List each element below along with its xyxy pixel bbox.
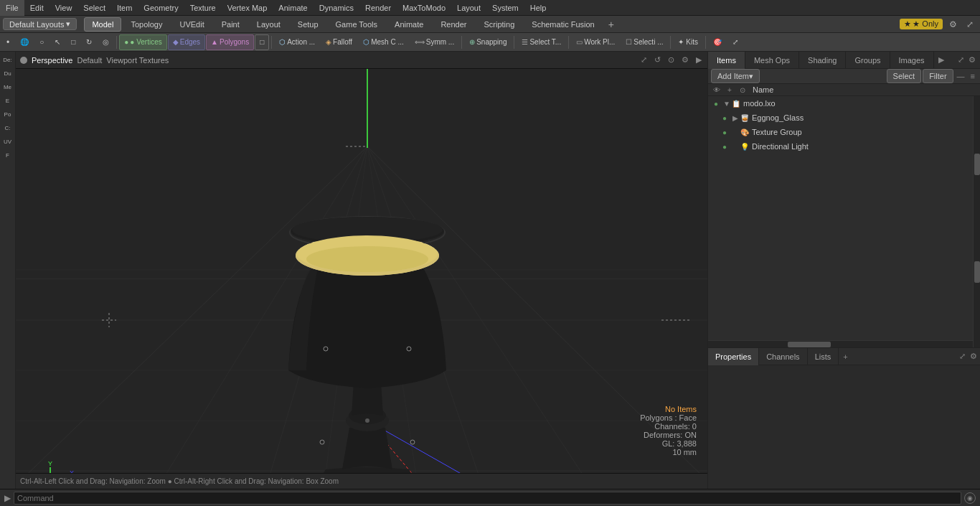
filter-button[interactable]: Filter [923,69,953,83]
tree-item-texture-group[interactable]: ● 🎨 Texture Group [717,125,980,139]
tb2-globe-icon[interactable]: 🌐 [15,34,34,50]
toolbar1-expand-icon[interactable]: ⤢ [963,17,977,32]
tb2-box-icon[interactable]: □ [66,34,80,50]
tb2-cursor-icon[interactable]: ↖ [50,34,65,50]
menu-item[interactable]: Item [111,0,138,16]
menu-animate[interactable]: Animate [273,0,313,16]
layout-selector[interactable]: Default Layouts ▾ [3,18,77,30]
tree-item-modo-lxo[interactable]: ● ▼ 📋 modo.lxo [708,96,980,111]
tab-scripting[interactable]: Scripting [476,17,523,32]
viewport-textures-label[interactable]: Viewport Textures [106,56,169,65]
tb2-circle-icon[interactable]: ◎ [98,34,114,50]
tree-expand-texture[interactable] [731,128,740,136]
action-button[interactable]: ⬡ Action ... [274,34,320,50]
tree-expand-light[interactable] [731,142,740,151]
tree-expand-eggnog[interactable]: ▶ [731,113,740,122]
items-add-col[interactable]: + [724,84,735,95]
vp-target-icon[interactable]: ⊙ [666,55,676,65]
menu-geometry[interactable]: Geometry [138,0,184,16]
viewport-dot[interactable] [20,57,27,64]
tab-images[interactable]: Images [890,52,934,69]
add-item-button[interactable]: Add Item ▾ [711,69,760,83]
tab-groups[interactable]: Groups [846,52,890,69]
select-t-button[interactable]: ☰ Select T... [517,34,566,50]
falloff-button[interactable]: ◈ Falloff [321,34,357,50]
mesh-button[interactable]: ⬡ Mesh C ... [358,34,409,50]
vp-resize-icon[interactable]: ⤢ [639,55,649,65]
tab-uvedit[interactable]: UVEdit [171,17,212,32]
menu-system[interactable]: System [486,0,524,16]
tree-item-directional-light[interactable]: ● 💡 Directional Light [717,139,980,154]
props-settings-icon[interactable]: ⚙ [970,352,977,361]
toolbar1-settings-icon[interactable]: ⚙ [946,17,960,32]
menu-render[interactable]: Render [359,0,397,16]
menu-maxtomodo[interactable]: MaxToModo [397,0,451,16]
menu-layout[interactable]: Layout [451,0,486,16]
star-only-button[interactable]: ★ ★ Only [900,19,943,29]
edges-button[interactable]: ◆ Edges [168,34,205,50]
tab-setup[interactable]: Setup [290,17,326,32]
tab-render[interactable]: Render [433,17,474,32]
kits-button[interactable]: ✦ Kits [673,34,702,50]
command-input[interactable] [14,492,961,505]
rp-settings-icon[interactable]: ⚙ [967,55,977,65]
symm-button[interactable]: ⟺ Symm ... [410,34,459,50]
command-circle-btn[interactable]: ◉ [964,492,976,504]
ls-btn-1[interactable]: De: [1,53,14,66]
view-expand-icon[interactable]: ⤢ [727,34,743,50]
tab-paint[interactable]: Paint [214,17,248,32]
polygons-button[interactable]: ▲ Polygons [206,34,254,50]
vp-play-icon[interactable]: ▶ [694,55,703,65]
tree-eye-texture[interactable]: ● [720,127,730,137]
viewport-default-label[interactable]: Default [77,56,102,65]
items-vscrollbar[interactable] [973,240,980,347]
menu-view[interactable]: View [50,0,78,16]
tree-item-eggnog-glass[interactable]: ● ▶ 🥃 Eggnog_Glass [717,111,980,125]
tab-topology[interactable]: Topology [123,17,170,32]
rp-tab-add[interactable]: ▶ [934,54,948,66]
tree-eye-light[interactable]: ● [720,141,730,151]
tab-lists[interactable]: Lists [808,348,839,365]
tb2-dot-icon[interactable]: • [1,34,14,50]
viewport-perspective-label[interactable]: Perspective [32,56,72,65]
vp-refresh-icon[interactable]: ↺ [653,55,662,65]
tb2-ring-icon[interactable]: ○ [34,34,49,50]
menu-dynamics[interactable]: Dynamics [314,0,359,16]
ls-btn-7[interactable]: UV [1,135,14,148]
tab-animate[interactable]: Animate [387,17,431,32]
viewport[interactable]: Perspective Default Viewport Textures ⤢ … [16,52,707,489]
vp-settings-icon[interactable]: ⚙ [680,55,690,65]
items-filter-col[interactable]: ⊙ [737,84,748,95]
ls-btn-3[interactable]: Me [1,80,14,93]
ls-btn-5[interactable]: Po [1,108,14,121]
items-vscrollbar-thumb[interactable] [974,261,980,283]
tree-scrollbar-thumb[interactable] [974,154,980,175]
rp-more-icon[interactable]: ≡ [969,72,977,80]
tab-shading[interactable]: Shading [799,52,846,69]
tab-game-tools[interactable]: Game Tools [328,17,386,32]
snapping-button[interactable]: ⊕ Snapping [464,34,512,50]
selecti-button[interactable]: ☐ Selecti ... [621,34,668,50]
tab-properties[interactable]: Properties [708,348,759,365]
props-tab-add[interactable]: + [839,351,852,362]
command-arrow[interactable]: ▶ [4,493,11,503]
rp-minus-icon[interactable]: — [955,72,967,80]
tb2-rotate-icon[interactable]: ↻ [81,34,97,50]
tb2-square-btn[interactable]: □ [255,34,269,50]
items-hscrollbar[interactable] [708,340,973,347]
tree-scrollbar[interactable] [973,96,980,240]
select-button[interactable]: Select [887,69,922,83]
menu-edit[interactable]: Edit [24,0,50,16]
tab-add-button[interactable]: + [604,17,618,32]
menu-select[interactable]: Select [77,0,111,16]
tab-mesh-ops[interactable]: Mesh Ops [745,52,799,69]
tab-channels[interactable]: Channels [759,348,807,365]
tree-expand-modo[interactable]: ▼ [722,99,731,108]
tab-model[interactable]: Model [84,17,121,32]
tab-items[interactable]: Items [708,52,745,69]
tab-schematic-fusion[interactable]: Schematic Fusion [524,17,602,32]
view-target-icon[interactable]: 🎯 [708,34,727,50]
menu-vertex-map[interactable]: Vertex Map [222,0,273,16]
ls-btn-4[interactable]: E [1,94,14,107]
props-expand-icon[interactable]: ⤢ [959,352,966,361]
